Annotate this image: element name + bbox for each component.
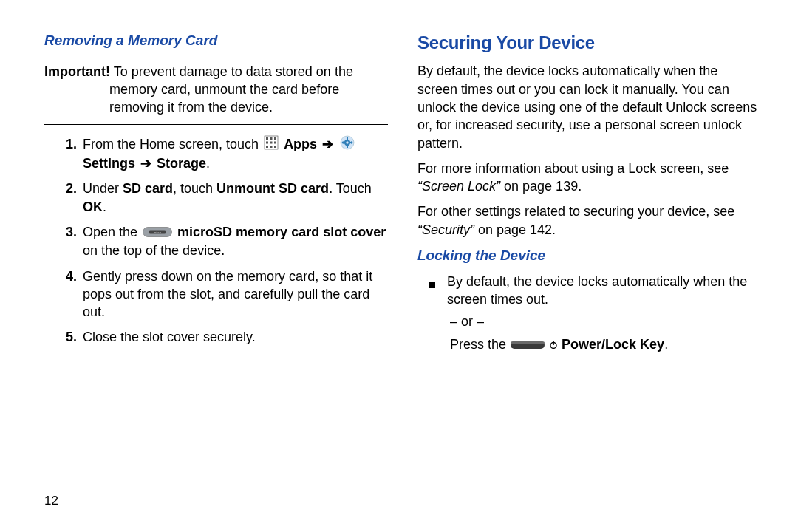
step-2-b2: Unmount SD card	[216, 181, 329, 196]
svg-rect-4	[266, 141, 268, 143]
step-3-number: 3.	[44, 223, 83, 260]
page-number: 12	[44, 493, 58, 510]
p3-t2: on page 142.	[474, 222, 556, 237]
power-key-bar-icon	[510, 337, 549, 352]
heading-securing-device: Securing Your Device	[417, 31, 761, 55]
step-5: 5. Close the slot cover securely.	[44, 328, 388, 346]
step-2-number: 2.	[44, 180, 83, 216]
locking-bullet-list: By default, the device locks automatical…	[417, 273, 761, 309]
step-1-number: 1.	[44, 135, 83, 173]
arrow-1: ➔	[322, 137, 337, 151]
press-t1: Press the	[450, 337, 510, 352]
or-separator: – or –	[450, 313, 761, 330]
step-1-pre: From the Home screen, touch	[83, 137, 262, 151]
svg-rect-6	[274, 141, 276, 143]
step-1-storage-label: Storage	[157, 156, 206, 171]
press-t2: .	[664, 337, 668, 352]
p3-ref: “Security”	[417, 222, 474, 237]
step-1-settings-label: Settings	[83, 156, 135, 171]
step-2-b1: SD card	[123, 181, 173, 196]
svg-rect-3	[274, 137, 276, 140]
securing-p2: For more information about using a Lock …	[417, 160, 761, 196]
heading-locking-device: Locking the Device	[417, 246, 761, 265]
step-5-number: 5.	[44, 328, 83, 346]
svg-rect-12	[347, 137, 348, 140]
svg-rect-25	[511, 341, 545, 344]
locking-bullet-item: By default, the device locks automatical…	[417, 273, 761, 309]
svg-rect-2	[270, 137, 273, 140]
step-2-t3: . Touch	[329, 181, 372, 196]
svg-rect-1	[266, 137, 268, 140]
step-2-t2: , touch	[173, 181, 216, 196]
step-4-text: Gently press down on the memory card, so…	[83, 267, 388, 321]
svg-text:micro: micro	[154, 231, 162, 234]
step-2-t1: Under	[83, 181, 123, 196]
securing-p3: For other settings related to securing y…	[417, 202, 761, 239]
step-3-t2: on the top of the device.	[83, 243, 225, 258]
svg-rect-7	[266, 146, 268, 148]
microsd-slot-icon: micro	[143, 224, 172, 242]
p2-ref: “Screen Lock”	[417, 179, 500, 194]
securing-p1: By default, the device locks automatical…	[417, 62, 761, 151]
p2-t1: For more information about using a Lock …	[417, 161, 729, 176]
svg-rect-5	[270, 141, 273, 143]
locking-bullet-text: By default, the device locks automatical…	[447, 273, 761, 309]
apps-icon	[264, 135, 279, 154]
settings-icon	[340, 135, 355, 154]
step-2-t4: .	[103, 200, 106, 214]
press-b1: Power/Lock Key	[562, 337, 664, 352]
important-label: Important!	[44, 64, 110, 79]
arrow-2: ➔	[140, 156, 155, 171]
step-5-text: Close the slot cover securely.	[83, 328, 388, 346]
square-bullet-icon	[417, 273, 447, 309]
step-1: 1. From the Home screen, touch	[44, 135, 388, 173]
power-symbol-icon	[549, 337, 562, 352]
step-3-t1: Open the	[83, 225, 141, 239]
important-note-box: Important! To prevent damage to data sto…	[44, 58, 388, 125]
svg-rect-8	[270, 146, 273, 148]
step-4-number: 4.	[44, 267, 83, 321]
step-3: 3. Open the micro microSD memory card sl…	[44, 223, 388, 260]
step-4: 4. Gently press down on the memory card,…	[44, 267, 388, 321]
svg-rect-13	[347, 146, 348, 148]
step-1-apps-label: Apps	[284, 137, 317, 151]
step-3-b1: microSD memory card slot cover	[177, 225, 386, 239]
svg-point-20	[346, 141, 348, 143]
heading-removing-memory-card: Removing a Memory Card	[44, 31, 388, 50]
p2-t2: on page 139.	[500, 179, 582, 194]
removal-steps-list: 1. From the Home screen, touch	[44, 135, 388, 347]
step-2: 2. Under SD card, touch Unmount SD card.…	[44, 180, 388, 216]
p3-t1: For other settings related to securing y…	[417, 204, 734, 219]
step-1-period: .	[206, 156, 210, 171]
important-text: To prevent damage to data stored on the …	[109, 64, 353, 115]
press-power-line: Press the Power/Lock Key.	[450, 335, 761, 353]
step-2-b3: OK	[83, 200, 103, 214]
svg-rect-9	[274, 146, 276, 148]
